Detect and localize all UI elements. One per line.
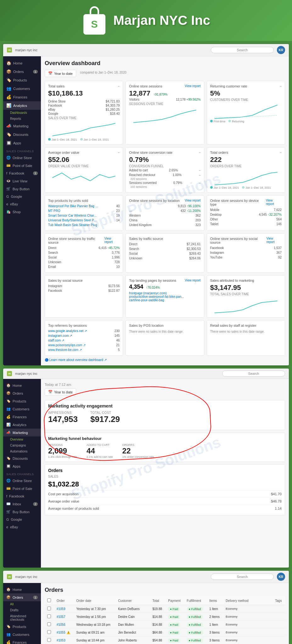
table-row[interactable]: #1053 Sunday at 10:44 pm John Roberts $5… — [45, 636, 285, 644]
social-sessions-label: Online store sessions by social source — [210, 237, 267, 244]
select-all-checkbox[interactable] — [47, 598, 51, 602]
sidebar3-products[interactable]: 🏷️Products — [3, 623, 41, 630]
col-tags: Tags — [272, 597, 285, 605]
sidebar3-customers[interactable]: 👥Customers — [3, 630, 41, 638]
sidebar2-products[interactable]: 🏷️Products — [3, 397, 41, 405]
sidebar-item-analytics[interactable]: 📊 Analytics — [3, 101, 41, 110]
analytics-icon: 📊 — [6, 103, 11, 108]
date-filter-1[interactable]: 📅 Year to date — [45, 70, 76, 77]
sidebar3-orders[interactable]: 📦Orders1 — [3, 593, 41, 601]
sidebar2-analytics[interactable]: 📊Analytics — [3, 421, 41, 429]
browser-bar-3: m marjan nyc inc Search KR — [3, 571, 289, 583]
sidebar3-home[interactable]: 🏠Home — [3, 586, 41, 593]
view-report-location[interactable]: View report — [185, 199, 200, 202]
sidebar-item-facebook[interactable]: fFacebook 1 — [3, 169, 41, 177]
sidebar2-sub-automations[interactable]: Automations — [3, 448, 41, 454]
traffic-source-label: Online store sessions by traffic source — [48, 237, 104, 244]
sidebar-item-finances[interactable]: 💰 Finances — [3, 93, 41, 101]
sidebar2-inbox[interactable]: ✉️Inbox2 — [3, 500, 41, 508]
col-fulfillment: Fulfillment — [184, 597, 207, 605]
table-row[interactable]: #1059 Yesterday at 7:30 pm Karen DeBuers… — [45, 605, 285, 613]
sidebar3-sub-all[interactable]: All — [3, 601, 41, 607]
products-icon: 🏷️ — [6, 78, 11, 82]
row-checkbox-4[interactable] — [47, 638, 51, 642]
online-sessions-label: Online store sessions — [129, 84, 162, 88]
view-report-device[interactable]: View report — [266, 199, 282, 206]
sidebar-item-apps[interactable]: 🔲 Apps — [3, 139, 41, 147]
sidebar2-home[interactable]: 🏠Home — [3, 381, 41, 389]
sidebar2-finances[interactable]: 💰Finances — [3, 413, 41, 421]
view-report-landing[interactable]: View report — [185, 279, 200, 282]
sidebar2-sub-overview[interactable]: Overview — [3, 436, 41, 442]
main-content-3: Orders Order Order date Customer Total P… — [41, 583, 289, 644]
sidebar-item-buy-button[interactable]: 🛒Buy Button — [3, 185, 41, 193]
sidebar-item-google[interactable]: GGoogle — [3, 193, 41, 200]
orders-section-title: Orders — [48, 468, 282, 473]
facebook-badge: 1 — [33, 171, 38, 175]
sidebar2-ebay[interactable]: eeBay — [3, 523, 41, 531]
sidebar2-discounts[interactable]: 🏷️Discounts — [3, 454, 41, 462]
sidebar2-facebook[interactable]: fFacebook — [3, 492, 41, 500]
row-checkbox-0[interactable] — [47, 607, 51, 610]
browser-search-3[interactable]: Search — [211, 574, 274, 580]
total-cost-value: $917.29 — [90, 414, 120, 424]
table-row[interactable]: #1055 ⚠️ Sunday at 09:21 am Jim Benedict… — [45, 629, 285, 636]
row-checkbox-2[interactable] — [47, 622, 51, 626]
sidebar-3: 🏠Home 📦Orders1 All Drafts Abandoned chec… — [3, 583, 41, 644]
sales-by-traffic-card: Sales by traffic source Direct$7,241.61 … — [126, 233, 204, 273]
date-compare-1: compared to Jan 1–Dec 18, 2020 — [80, 71, 126, 74]
marketing-metrics-row: IMPRESSIONS 147,953 TOTAL COST $917.29 — [48, 411, 282, 424]
browser-search-2[interactable]: Search — [222, 370, 285, 377]
sidebar3-finances[interactable]: 💰Finances — [3, 638, 41, 644]
sidebar2-orders[interactable]: 📦Orders — [3, 389, 41, 397]
funnel-card: Marketing funnel behaviour SESSIONS 2,09… — [45, 433, 285, 462]
sidebar2-marketing[interactable]: 📣Marketing — [3, 429, 41, 436]
sidebar2-apps[interactable]: 🔲Apps — [3, 462, 41, 470]
top-landing-value: 4,354 — [129, 284, 143, 290]
sessions-chart — [129, 108, 200, 123]
view-report-link-sessions[interactable]: View report — [185, 84, 200, 88]
view-report-traffic[interactable]: View report — [104, 237, 120, 244]
main-content-2: Today at 7:12 am 📅 Year to date Marketin… — [41, 379, 289, 568]
view-report-social[interactable]: View report — [267, 237, 282, 244]
sidebar-item-live-view[interactable]: 👁️Live View — [3, 177, 41, 185]
sidebar-item-marketing[interactable]: 📣 Marketing — [3, 122, 41, 130]
sidebar2-point-of-sale[interactable]: 💳Point of Sale — [3, 485, 41, 492]
sidebar-item-orders[interactable]: 📦 Orders 1 — [3, 67, 41, 76]
sidebar2-google[interactable]: GGoogle — [3, 516, 41, 523]
pos-message: There were no sales in this date range. — [129, 330, 200, 333]
table-row[interactable]: #1057 Yesterday at 1:56 pm Deidre Cain $… — [45, 613, 285, 621]
sidebar3-sub-drafts[interactable]: Drafts — [3, 607, 41, 613]
sidebar-item-products[interactable]: 🏷️ Products — [3, 76, 41, 84]
sidebar2-sub-campaigns[interactable]: Campaigns — [3, 442, 41, 448]
sidebar-item-home[interactable]: 🏠 Home — [3, 59, 41, 67]
sidebar-item-customers[interactable]: 👥 Customers — [3, 84, 41, 93]
col-total: Total — [150, 597, 166, 605]
date-filter-2[interactable]: 📅 Year to date — [45, 388, 76, 396]
sidebar-item-discounts[interactable]: 🏷️ Discounts — [3, 130, 41, 139]
sales-channels-label-2: SALES CHANNELS — [3, 470, 41, 477]
sidebar-item-shop[interactable]: 🛍️Shop — [3, 208, 41, 216]
top-landing-change: ↑76.024% — [146, 286, 160, 289]
table-row[interactable]: #1056 Wednesday at 10:18 pm Dan Mullen $… — [45, 621, 285, 629]
total-cost-item: TOTAL COST $917.29 — [90, 411, 120, 424]
avg-order-card: Average order value – $52.06 ORDER VALUE… — [45, 147, 123, 193]
sidebar-item-ebay[interactable]: eeBay — [3, 200, 41, 208]
sidebar-sub-dashboards[interactable]: Dashboards — [3, 110, 41, 116]
retail-label: Retail sales by staff at register — [210, 324, 282, 327]
sidebar2-online-store[interactable]: 🌐Online Store — [3, 477, 41, 485]
returning-rate-label: Returning customer rate — [210, 84, 247, 88]
sidebar-item-point-of-sale[interactable]: 💳Point of Sale — [3, 162, 41, 169]
shopify-s-icon: S — [91, 19, 98, 30]
row-checkbox-3[interactable] — [47, 630, 51, 634]
sidebar-sub-reports[interactable]: Reports — [3, 116, 41, 122]
added-cart-value: 44 — [87, 447, 113, 455]
attributed-label: Sales attributed to marketing — [210, 279, 282, 282]
sessions-funnel: SESSIONS 2,099 1.4% click-through rate — [48, 443, 77, 458]
sidebar-item-online-store[interactable]: 🌐Online Store — [3, 154, 41, 162]
sidebar2-buy-button[interactable]: 🛒Buy Button — [3, 508, 41, 516]
sidebar3-sub-abandoned[interactable]: Abandoned checkouts — [3, 613, 41, 623]
sidebar2-customers[interactable]: 👥Customers — [3, 405, 41, 413]
row-checkbox-1[interactable] — [47, 614, 51, 618]
browser-search-1[interactable]: Search — [211, 47, 274, 53]
